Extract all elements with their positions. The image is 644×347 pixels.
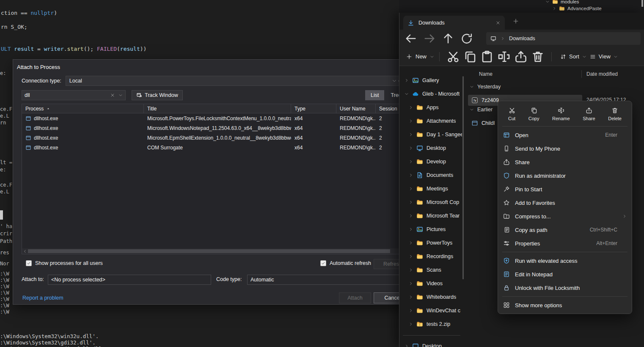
connection-type-select[interactable]: Local <box>66 76 401 86</box>
menu-item-pin-to-start[interactable]: Pin to Start <box>498 182 632 196</box>
chevron-icon[interactable] <box>409 173 413 177</box>
attach-to-input[interactable]: <No process selected> <box>48 275 211 285</box>
chevron-icon[interactable] <box>405 92 409 96</box>
sidebar-item-pictures[interactable]: Pictures <box>399 223 464 236</box>
paste-button[interactable] <box>479 50 495 63</box>
report-problem-link[interactable]: Report a problem <box>22 295 63 301</box>
menu-item-open[interactable]: Open Enter <box>498 128 632 142</box>
column-header-process[interactable]: Process <box>22 104 144 113</box>
forward-button[interactable] <box>422 32 437 45</box>
sidebar-item-powertoys[interactable]: PowerToys <box>399 236 464 250</box>
column-header-type[interactable]: Type <box>291 104 336 113</box>
back-button[interactable] <box>404 32 418 45</box>
menu-item-share[interactable]: Share <box>498 155 632 169</box>
chevron-icon[interactable] <box>409 187 413 191</box>
chevron-icon[interactable] <box>409 295 413 299</box>
chevron-icon[interactable] <box>409 254 413 259</box>
scrollbar-thumb[interactable] <box>28 249 390 253</box>
sort-button[interactable]: Sort <box>560 50 586 63</box>
menu-item-copy-as-path[interactable]: Copy as path Ctrl+Shift+C <box>498 223 632 237</box>
menu-item-compress-to[interactable]: Compress to... <box>498 209 632 223</box>
column-header-date-modified[interactable]: Date modified <box>586 71 618 77</box>
chevron-icon[interactable] <box>405 78 409 83</box>
list-view-button[interactable]: List <box>365 90 384 100</box>
track-window-button[interactable]: Track Window <box>132 90 183 100</box>
menu-item-run-with-elevated-access[interactable]: Run with elevated access <box>498 254 632 267</box>
sidebar-item-attachments[interactable]: Attachments <box>399 114 464 128</box>
quick-cut-button[interactable]: Cut <box>506 105 517 123</box>
process-row[interactable]: dllhost.exe Microsoft.EpmShellExtension_… <box>22 133 403 143</box>
chevron-icon[interactable] <box>409 132 413 137</box>
chevron-icon[interactable] <box>409 214 413 218</box>
sidebar-item-apps[interactable]: Apps <box>399 101 464 114</box>
sidebar-item-desktop[interactable]: Desktop <box>399 141 464 155</box>
quick-share-button[interactable]: Share <box>581 105 597 123</box>
sidebar-item-tests-zip[interactable]: tests 2.zip <box>399 317 464 331</box>
chevron-icon[interactable] <box>409 241 413 245</box>
chevron-icon[interactable] <box>409 119 413 123</box>
menu-item-send-to-phone[interactable]: Send to My Phone <box>498 142 632 155</box>
horizontal-scrollbar[interactable] <box>22 248 403 254</box>
address-bar[interactable]: Downloads <box>486 32 641 45</box>
share-button[interactable] <box>512 50 529 63</box>
sidebar-item-meetings[interactable]: Meetings <box>399 182 464 196</box>
quick-copy-button[interactable]: Copy <box>527 105 541 123</box>
sidebar-item-microsoft-tear[interactable]: Microsoft Tear <box>399 209 464 223</box>
menu-item-add-to-favorites[interactable]: Add to Favorites <box>498 196 632 209</box>
clear-filter-icon[interactable] <box>110 93 115 98</box>
group-earlier[interactable]: Earlier <box>470 107 493 113</box>
chevron-icon[interactable] <box>409 146 413 150</box>
delete-button[interactable] <box>529 50 546 63</box>
column-header-user-name[interactable]: User Name <box>336 104 376 113</box>
chevron-icon[interactable] <box>409 200 413 204</box>
sidebar-item-microsoft-cop[interactable]: Microsoft Cop <box>399 196 464 209</box>
chevron-icon[interactable] <box>409 322 413 326</box>
menu-item-properties[interactable]: Properties Alt+Enter <box>498 237 632 250</box>
column-header-name[interactable]: Name <box>479 71 493 77</box>
sidebar-item-day1[interactable]: Day 1 - Sangee <box>399 128 464 141</box>
chevron-down-icon[interactable] <box>118 93 123 97</box>
chevron-icon[interactable] <box>409 160 413 164</box>
background-scrollbar[interactable] <box>641 0 643 7</box>
chevron-icon[interactable] <box>409 105 413 110</box>
column-separator[interactable] <box>581 70 582 78</box>
automatic-refresh-checkbox[interactable]: Automatic refresh <box>320 260 371 266</box>
tab-downloads[interactable]: Downloads <box>403 16 505 30</box>
chevron-icon[interactable] <box>409 268 413 272</box>
tree-item[interactable]: modules <box>535 0 641 5</box>
chevron-icon[interactable] <box>409 281 413 286</box>
process-row[interactable]: dllhost.exe Microsoft.PowerToys.FileLock… <box>22 113 403 123</box>
sidebar-item-scans[interactable]: Scans <box>399 263 464 277</box>
sidebar-item-gallery[interactable]: Gallery <box>399 74 464 87</box>
chevron-icon[interactable] <box>409 227 413 231</box>
menu-item-run-as-administrator[interactable]: Run as administrator <box>498 169 632 182</box>
editor-scrollbar-thumb[interactable] <box>0 210 3 220</box>
scroll-left-icon[interactable] <box>23 249 27 253</box>
menu-item-unlock-with-file-locksmith[interactable]: Unlock with File Locksmith <box>498 281 632 295</box>
copy-button[interactable] <box>462 50 479 63</box>
close-tab-icon[interactable] <box>495 20 501 25</box>
process-row[interactable]: dllhost.exe Microsoft.WindowsNotepad_11.… <box>22 123 403 133</box>
sidebar-scrollbar[interactable] <box>462 76 464 279</box>
new-button[interactable]: New <box>406 50 434 63</box>
sidebar-item-desktop-pinned[interactable]: Desktop <box>399 339 464 347</box>
sidebar-item-recordings[interactable]: Recordings <box>399 250 464 263</box>
new-tab-icon[interactable] <box>513 18 519 24</box>
view-button[interactable]: View <box>590 50 618 63</box>
sidebar-item-develop[interactable]: Develop <box>399 155 464 168</box>
quick-rename-button[interactable]: Rename <box>550 105 572 123</box>
column-header-title[interactable]: Title <box>144 104 291 113</box>
sidebar-item-whiteboards[interactable]: Whiteboards <box>399 290 464 304</box>
quick-delete-button[interactable]: Delete <box>606 105 623 123</box>
process-filter-input[interactable]: dll <box>22 90 126 100</box>
sidebar-item-windevchat[interactable]: WinDevChat c <box>399 304 464 317</box>
chevron-icon[interactable] <box>405 344 409 347</box>
sidebar-item-documents[interactable]: Documents <box>399 168 464 182</box>
up-button[interactable] <box>441 32 455 45</box>
menu-item-edit-in-notepad[interactable]: Edit in Notepad <box>498 267 632 281</box>
chevron-icon[interactable] <box>409 308 413 313</box>
rename-button[interactable] <box>495 50 512 63</box>
refresh-button[interactable] <box>460 32 474 45</box>
show-all-users-checkbox[interactable]: Show processes for all users <box>26 260 103 266</box>
menu-item-show-more-options[interactable]: Show more options <box>498 298 632 312</box>
